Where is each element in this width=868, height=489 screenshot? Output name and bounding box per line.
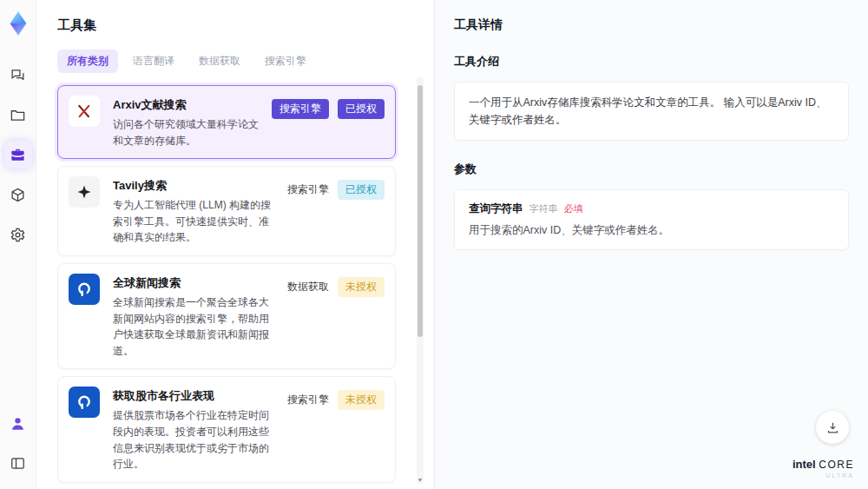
tool-category-label: 搜索引擎 — [272, 99, 329, 119]
tool-description: 全球新闻搜索是一个聚合全球各大新闻网站内容的搜索引擎，帮助用户快速获取全球最新资… — [113, 294, 274, 359]
scrollbar-thumb[interactable] — [418, 85, 423, 337]
sidebar-item-models[interactable] — [4, 181, 32, 208]
intel-product-word: CORE — [819, 459, 854, 471]
tool-tags: 搜索引擎 未授权 — [287, 387, 385, 472]
tool-card-3[interactable]: 获取股市各行业表现 提供股票市场各个行业在特定时间段内的表现。投资者可以利用这些… — [57, 376, 396, 482]
tab-0[interactable]: 所有类别 — [57, 50, 118, 73]
tool-card-0[interactable]: Arxiv文献搜索 访问各个研究领域大量科学论文和文章的存储库。 搜索引擎 已授… — [57, 85, 396, 159]
intel-brand-word: intel — [792, 458, 816, 471]
intro-heading: 工具介绍 — [454, 54, 849, 69]
intro-text-box: 一个用于从Arxiv存储库搜索科学论文和文章的工具。 输入可以是Arxiv ID… — [454, 82, 849, 141]
parameter-box: 查询字符串 字符串 必填 用于搜索的Arxiv ID、关键字或作者姓名。 — [454, 189, 849, 250]
authorization-badge: 已授权 — [338, 180, 385, 200]
sidebar-item-chat[interactable] — [4, 61, 32, 89]
tab-3[interactable]: 搜索引擎 — [255, 50, 316, 73]
folder-icon — [10, 107, 26, 123]
tool-card-1[interactable]: Tavily搜索 专为人工智能代理 (LLM) 构建的搜索引擎工具。可快速提供实… — [57, 166, 396, 256]
list-scrollbar[interactable]: ▲ ▼ — [417, 76, 424, 484]
page-title: 工具集 — [57, 17, 411, 34]
tool-description: 专为人工智能代理 (LLM) 构建的搜索引擎工具。可快速提供实时、准确和真实的结… — [113, 197, 274, 246]
download-icon — [825, 420, 840, 435]
authorization-badge: 未授权 — [338, 390, 385, 410]
tool-list: Arxiv文献搜索 访问各个研究领域大量科学论文和文章的存储库。 搜索引擎 已授… — [57, 85, 411, 489]
tool-name: Arxiv文献搜索 — [113, 97, 259, 113]
params-heading: 参数 — [454, 162, 849, 177]
tool-tags: 搜索引擎 已授权 — [287, 176, 385, 246]
tool-details-panel: 工具详情 工具介绍 一个用于从Arxiv存储库搜索科学论文和文章的工具。 输入可… — [434, 0, 868, 489]
user-icon — [10, 415, 26, 432]
tool-tags: 数据获取 未授权 — [287, 274, 385, 359]
tab-1[interactable]: 语言翻译 — [123, 50, 184, 73]
category-tabs: 所有类别语言翻译数据获取搜索引擎 — [57, 50, 411, 73]
news-blue-icon — [69, 387, 100, 418]
intel-core-logo: intel CORE ULTRA — [792, 459, 854, 479]
tool-card-2[interactable]: 全球新闻搜索 全球新闻搜索是一个聚合全球各大新闻网站内容的搜索引擎，帮助用户快速… — [57, 263, 396, 369]
sidebar-item-account[interactable] — [4, 409, 32, 437]
tool-category-label: 搜索引擎 — [287, 180, 329, 200]
tool-description: 提供股票市场各个行业在特定时间段内的表现。投资者可以利用这些信息来识别表现优于或… — [113, 407, 274, 472]
tool-category-label: 数据获取 — [287, 277, 329, 297]
left-rail — [0, 0, 36, 489]
param-name: 查询字符串 — [469, 202, 523, 216]
briefcase-icon — [10, 147, 26, 163]
authorization-badge: 未授权 — [338, 277, 385, 297]
tavily-icon — [69, 176, 100, 208]
app-logo — [5, 10, 31, 36]
arxiv-icon — [69, 96, 100, 127]
param-required-flag: 必填 — [564, 202, 583, 215]
tab-2[interactable]: 数据获取 — [189, 50, 250, 73]
tool-tags: 搜索引擎 已授权 — [272, 96, 385, 149]
authorization-badge: 已授权 — [338, 99, 385, 119]
download-button[interactable] — [816, 411, 849, 444]
sidebar-item-toolset[interactable] — [4, 141, 32, 169]
details-title: 工具详情 — [454, 17, 849, 33]
panel-icon — [10, 455, 26, 472]
tool-name: 获取股市各行业表现 — [113, 388, 274, 404]
param-description: 用于搜索的Arxiv ID、关键字或作者姓名。 — [469, 223, 834, 238]
tool-description: 访问各个研究领域大量科学论文和文章的存储库。 — [113, 116, 259, 149]
sidebar-item-panel-toggle[interactable] — [4, 449, 32, 477]
sidebar-item-files[interactable] — [4, 101, 32, 129]
chat-icon — [10, 67, 26, 83]
tool-category-label: 搜索引擎 — [287, 390, 329, 410]
intel-tier-word: ULTRA — [792, 472, 854, 479]
toolset-panel: 工具集 所有类别语言翻译数据获取搜索引擎 Arxiv文献搜索 访问各个研究领域大… — [36, 0, 434, 489]
tool-name: Tavily搜索 — [113, 178, 274, 194]
sidebar-item-settings[interactable] — [4, 221, 32, 248]
scroll-down-icon[interactable]: ▼ — [417, 477, 424, 484]
tool-name: 全球新闻搜索 — [113, 275, 274, 291]
news-blue-icon — [69, 274, 100, 305]
gear-icon — [10, 227, 26, 243]
cube-icon — [10, 187, 26, 203]
param-type: 字符串 — [529, 202, 558, 215]
